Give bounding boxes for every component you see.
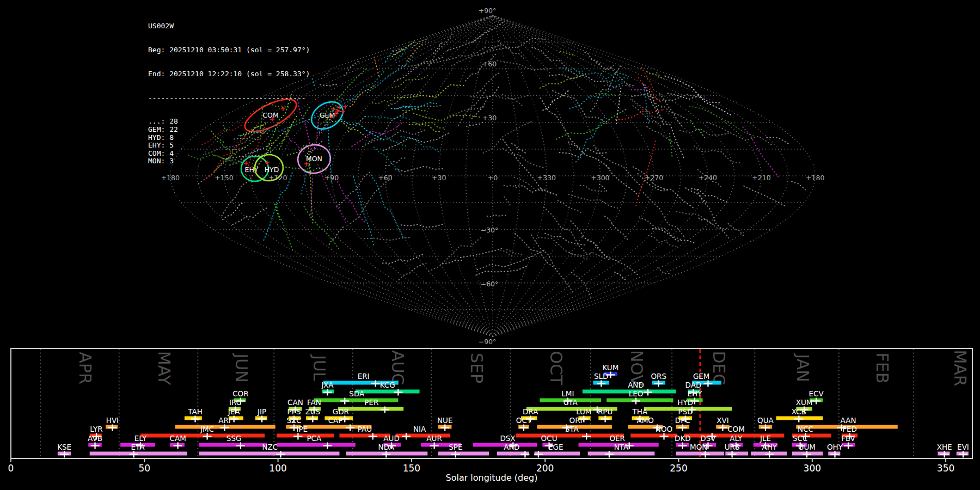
shower-label-GEM: GEM — [693, 372, 710, 381]
shower-label-THA: THA — [632, 407, 648, 416]
x-tick-label: 0 — [8, 463, 14, 474]
sky-lon-label: +300 — [591, 174, 609, 182]
shower-NUE: NUE — [437, 416, 453, 431]
shower-label-AHY: AHY — [762, 443, 777, 451]
shower-CAM: CAM — [169, 434, 186, 449]
shower-label-PCA: PCA — [307, 434, 322, 443]
shower-count-COM: COM: 4 — [148, 150, 310, 158]
shower-label-IPE: IPE — [296, 425, 308, 433]
shower-label-XCB: XCB — [792, 407, 806, 416]
shower-label-DPC: DPC — [675, 416, 690, 425]
sky-lon-label: +270 — [645, 174, 663, 182]
shower-JIP: JIP — [255, 407, 267, 422]
sky-lat-label: +90° — [479, 7, 497, 15]
x-tick-label: 50 — [138, 463, 150, 474]
shower-label-CAM: CAM — [169, 434, 186, 443]
separator-line: ------------------------------------- — [148, 94, 310, 102]
shower-bar-PAU — [339, 434, 390, 438]
shower-label-JEA: JEA — [228, 407, 241, 416]
shower-label-EHY: EHY — [687, 389, 702, 398]
sky-lon-label: +30 — [432, 174, 446, 182]
month-label-JUL: JUL — [310, 354, 329, 381]
shower-label-DSV: DSV — [700, 434, 716, 443]
shower-label-XVI: XVI — [716, 416, 728, 425]
month-label-JAN: JAN — [793, 353, 812, 382]
shower-OHY: OHY — [827, 443, 843, 458]
month-label-MAR: MAR — [951, 350, 970, 386]
shower-label-OHY: OHY — [827, 443, 843, 451]
shower-KSE: KSE — [57, 443, 71, 458]
sky-lat-label: +60 — [482, 60, 497, 68]
shower-QUA: QUA — [757, 416, 774, 431]
shower-bar-SDA — [314, 399, 399, 402]
shower-bar-IPE — [277, 434, 334, 438]
shower-label-AVB: AVB — [88, 434, 102, 443]
shower-label-NDA: NDA — [378, 443, 395, 451]
shower-label-SCC: SCC — [793, 434, 807, 443]
shower-FEV: FEV — [841, 434, 855, 449]
shower-label-TAH: TAH — [187, 407, 203, 416]
shower-label-CTA: CTA — [564, 398, 578, 407]
shower-SLD: SLD — [593, 372, 609, 387]
shower-label-OCU: OCU — [541, 434, 558, 443]
shower-bar-SPE — [438, 452, 489, 456]
shower-bar-JMC — [140, 434, 265, 438]
shower-label-NTA: NTA — [614, 443, 629, 451]
plot-canvas: COMGEMMONEHYHYD+180+150+120+90+60+30+0+3… — [0, 0, 980, 490]
shower-count-EHY: EHY: 5 — [148, 142, 310, 150]
month-label-FEB: FEB — [873, 353, 892, 384]
shower-label-KUM: KUM — [602, 363, 618, 372]
shower-label-LUM: LUM — [576, 407, 591, 416]
shower-label-QUA: QUA — [757, 416, 774, 425]
station-id: US002W — [148, 22, 310, 30]
shower-label-ARI: ARI — [218, 416, 231, 425]
shower-label-FED: FED — [842, 425, 857, 433]
shower-label-FAN: FAN — [307, 398, 321, 407]
shower-label-GUM: GUM — [798, 443, 816, 451]
shower-label-IRC: IRC — [229, 398, 241, 407]
shower-label-NIA: NIA — [413, 425, 426, 433]
shower-label-SLD: SLD — [594, 372, 609, 381]
sky-lat-label: −30° — [481, 226, 499, 234]
shower-label-NUE: NUE — [437, 416, 453, 425]
shower-DKD: DKD — [675, 434, 691, 449]
shower-label-JXA: JXA — [321, 381, 334, 389]
shower-bar-SSG — [199, 443, 267, 447]
shower-bar-KCG — [356, 390, 420, 394]
shower-label-LMI: LMI — [561, 389, 574, 398]
shower-label-OCT: OCT — [516, 416, 532, 425]
shower-label-ERI: ERI — [358, 372, 370, 381]
sky-lon-label: +60 — [378, 174, 392, 182]
x-axis-title: Solar longitude (deg) — [11, 473, 972, 483]
shower-label-COR: COR — [232, 389, 248, 398]
shower-label-RPU: RPU — [598, 407, 612, 416]
shower-bar-PCA — [277, 443, 356, 447]
shower-label-JMC: JMC — [200, 425, 214, 433]
shower-label-MON: MON — [690, 443, 707, 451]
shower-HVI: HVI — [106, 416, 119, 431]
station-info: US002W Beg: 20251210 03:50:31 (sol = 257… — [148, 7, 310, 181]
shower-label-OER: OER — [609, 434, 625, 443]
shower-label-PER: PER — [364, 398, 378, 407]
sky-lon-label: +330 — [537, 174, 556, 182]
shower-label-STA: STA — [565, 425, 579, 433]
x-tick-label: 350 — [937, 463, 954, 474]
shower-count-MON: MON: 3 — [148, 157, 310, 166]
shower-ZCS: ZCS — [305, 407, 320, 422]
shower-label-EVI: EVI — [957, 443, 969, 451]
shower-bar-STA — [516, 434, 624, 438]
shower-label-DRA: DRA — [523, 407, 538, 416]
month-label-SEP: SEP — [467, 353, 486, 383]
shower-label-LEO: LEO — [629, 389, 644, 398]
shower-label-SPE: SPE — [449, 443, 462, 451]
shower-label-SZC: SZC — [286, 416, 301, 425]
shower-TAH: TAH — [185, 407, 203, 422]
shower-label-NOO: NOO — [656, 425, 672, 433]
sky-lat-label: −90° — [479, 338, 497, 346]
shower-bar-NZC — [199, 452, 340, 456]
month-label-DEC: DEC — [709, 351, 728, 385]
shower-label-JIP: JIP — [257, 407, 266, 416]
shower-bar-MON — [676, 452, 724, 456]
shower-label-ETA: ETA — [131, 443, 145, 451]
shower-XHE: XHE — [937, 443, 952, 458]
